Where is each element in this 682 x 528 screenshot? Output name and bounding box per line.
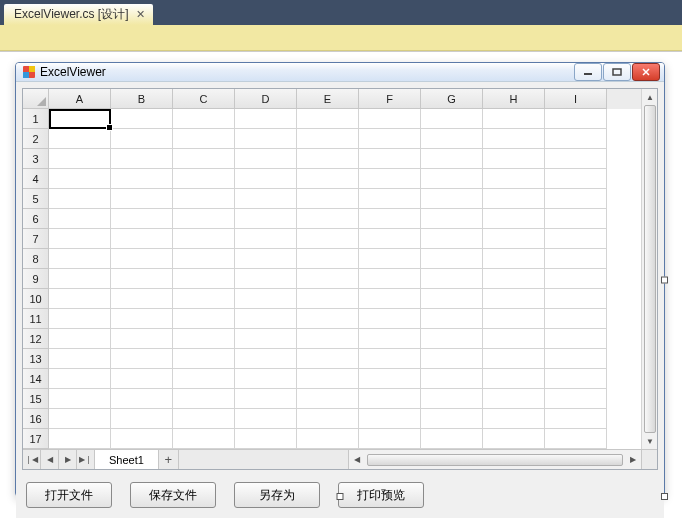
cell[interactable] — [111, 349, 173, 369]
scroll-down-icon[interactable]: ▼ — [642, 433, 657, 449]
next-sheet-icon[interactable]: ▶ — [59, 450, 77, 469]
cell[interactable] — [421, 429, 483, 449]
cell[interactable] — [297, 189, 359, 209]
scroll-up-icon[interactable]: ▲ — [642, 89, 657, 105]
grid[interactable] — [49, 109, 641, 449]
row-header[interactable]: 14 — [23, 369, 49, 389]
cell[interactable] — [111, 229, 173, 249]
cell[interactable] — [297, 149, 359, 169]
titlebar[interactable]: ExcelViewer — [16, 63, 664, 82]
maximize-button[interactable] — [603, 63, 631, 81]
cell[interactable] — [235, 409, 297, 429]
cell[interactable] — [173, 149, 235, 169]
cell[interactable] — [173, 169, 235, 189]
cell[interactable] — [111, 189, 173, 209]
cell[interactable] — [359, 329, 421, 349]
cell[interactable] — [421, 409, 483, 429]
cell[interactable] — [421, 109, 483, 129]
cell[interactable] — [297, 209, 359, 229]
cell[interactable] — [483, 229, 545, 249]
cell[interactable] — [49, 249, 111, 269]
select-all-corner[interactable] — [23, 89, 49, 109]
cell[interactable] — [173, 229, 235, 249]
cell[interactable] — [359, 249, 421, 269]
cell[interactable] — [545, 369, 607, 389]
cell[interactable] — [49, 229, 111, 249]
cell[interactable] — [359, 409, 421, 429]
cell[interactable] — [483, 329, 545, 349]
cell[interactable] — [545, 149, 607, 169]
cell[interactable] — [297, 349, 359, 369]
cell[interactable] — [545, 389, 607, 409]
cell[interactable] — [545, 209, 607, 229]
cell[interactable] — [359, 429, 421, 449]
cell[interactable] — [111, 129, 173, 149]
cell[interactable] — [483, 129, 545, 149]
cell[interactable] — [111, 169, 173, 189]
cell[interactable] — [111, 409, 173, 429]
cell[interactable] — [421, 129, 483, 149]
scroll-thumb[interactable] — [644, 105, 656, 433]
cell[interactable] — [173, 269, 235, 289]
cell[interactable] — [421, 389, 483, 409]
last-sheet-icon[interactable]: ▶❘ — [77, 450, 95, 469]
cell[interactable] — [111, 369, 173, 389]
cell[interactable] — [49, 109, 111, 129]
cell[interactable] — [421, 189, 483, 209]
cell[interactable] — [173, 349, 235, 369]
cell[interactable] — [49, 289, 111, 309]
row-header[interactable]: 15 — [23, 389, 49, 409]
cell[interactable] — [297, 269, 359, 289]
cell[interactable] — [545, 129, 607, 149]
cell[interactable] — [235, 289, 297, 309]
cell[interactable] — [49, 369, 111, 389]
col-header[interactable]: E — [297, 89, 359, 109]
sheet-tab[interactable]: Sheet1 — [95, 450, 159, 469]
cell[interactable] — [49, 209, 111, 229]
cell[interactable] — [483, 349, 545, 369]
resize-handle-corner[interactable] — [661, 493, 668, 500]
row-header[interactable]: 16 — [23, 409, 49, 429]
cell[interactable] — [235, 149, 297, 169]
size-grip[interactable] — [641, 450, 657, 469]
row-header[interactable]: 9 — [23, 269, 49, 289]
col-header[interactable]: I — [545, 89, 607, 109]
row-header[interactable]: 1 — [23, 109, 49, 129]
cell[interactable] — [173, 409, 235, 429]
cell[interactable] — [545, 429, 607, 449]
cell[interactable] — [173, 309, 235, 329]
document-tab[interactable]: ExcelViewer.cs [设计] ✕ — [4, 4, 153, 25]
cell[interactable] — [483, 209, 545, 229]
cell[interactable] — [297, 329, 359, 349]
cell[interactable] — [297, 309, 359, 329]
cell[interactable] — [545, 349, 607, 369]
cell[interactable] — [545, 109, 607, 129]
cell[interactable] — [545, 169, 607, 189]
cell[interactable] — [49, 189, 111, 209]
close-icon[interactable]: ✕ — [134, 9, 147, 20]
cell[interactable] — [297, 229, 359, 249]
cell[interactable] — [235, 329, 297, 349]
cell[interactable] — [421, 209, 483, 229]
cell[interactable] — [359, 189, 421, 209]
cell[interactable] — [173, 249, 235, 269]
row-header[interactable]: 2 — [23, 129, 49, 149]
cell[interactable] — [483, 369, 545, 389]
cell[interactable] — [49, 129, 111, 149]
cell[interactable] — [421, 349, 483, 369]
cell[interactable] — [483, 269, 545, 289]
cell[interactable] — [111, 109, 173, 129]
cell[interactable] — [235, 169, 297, 189]
scroll-left-icon[interactable]: ◀ — [349, 452, 365, 468]
saveas-button[interactable]: 另存为 — [234, 482, 320, 508]
cell[interactable] — [297, 369, 359, 389]
row-header[interactable]: 12 — [23, 329, 49, 349]
cell[interactable] — [421, 289, 483, 309]
cell[interactable] — [49, 409, 111, 429]
cell[interactable] — [49, 169, 111, 189]
row-header[interactable]: 5 — [23, 189, 49, 209]
cell[interactable] — [483, 149, 545, 169]
col-header[interactable]: H — [483, 89, 545, 109]
row-header[interactable]: 3 — [23, 149, 49, 169]
cell[interactable] — [235, 189, 297, 209]
